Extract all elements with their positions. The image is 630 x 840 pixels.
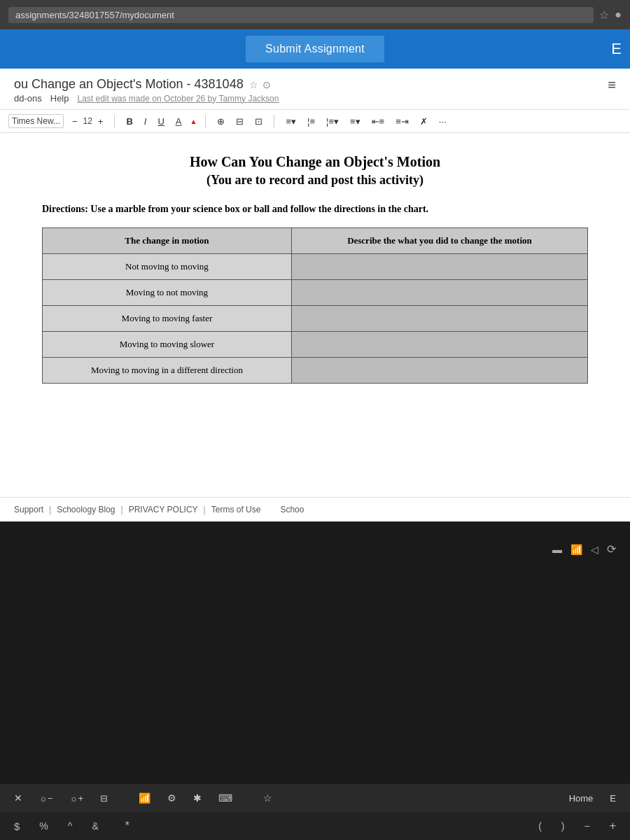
image-button[interactable]: ⊟ bbox=[233, 115, 246, 128]
screen-taskbar-icon[interactable]: ⊟ bbox=[100, 793, 108, 804]
taskbar-row2: $ % ^ & * ( ) − + bbox=[0, 812, 630, 840]
dark-area: ▬ 📶 ◁ ⟳ bbox=[0, 522, 630, 746]
bluetooth-icon[interactable]: ✱ bbox=[193, 792, 202, 804]
table-cell-motion: Moving to moving in a different directio… bbox=[43, 358, 292, 384]
table-cell-motion: Moving to moving faster bbox=[43, 306, 292, 332]
table-row: Moving to moving slower bbox=[43, 332, 588, 358]
content-area: ou Change an Object's Motion - 4381048 ☆… bbox=[0, 69, 630, 522]
table-cell-description[interactable] bbox=[291, 332, 587, 358]
plus-bottom-icon[interactable]: + bbox=[610, 820, 616, 832]
help-menu[interactable]: Help bbox=[50, 93, 69, 104]
brightness-down-icon[interactable]: ☼− bbox=[39, 793, 53, 804]
brightness-up-icon[interactable]: ☼+ bbox=[70, 793, 84, 804]
italic-button[interactable]: I bbox=[141, 115, 150, 128]
comment-icon[interactable]: ≡ bbox=[608, 77, 616, 93]
star-taskbar-icon[interactable]: ☆ bbox=[263, 792, 272, 804]
system-tray: ▬ 📶 ◁ ⟳ bbox=[552, 542, 616, 556]
address-bar[interactable]: assignments/3248017557/mydocument bbox=[8, 7, 594, 23]
profile-icon[interactable]: ● bbox=[615, 8, 622, 21]
underline-button[interactable]: U bbox=[155, 115, 167, 128]
font-name-selector[interactable]: Times New... bbox=[8, 114, 64, 128]
text-color-button[interactable]: A bbox=[173, 115, 185, 128]
table-cell-description[interactable] bbox=[291, 254, 587, 280]
submit-assignment-button[interactable]: Submit Assignment bbox=[246, 36, 384, 62]
motion-table: The change in motion Describe the what y… bbox=[42, 227, 588, 384]
clear-formatting-button[interactable]: ✗ bbox=[417, 115, 430, 128]
footer-school[interactable]: Schoo bbox=[280, 505, 304, 514]
doc-directions: Directions: Use a marble from your scien… bbox=[42, 202, 588, 216]
list-button-2[interactable]: ¦≡▾ bbox=[323, 115, 342, 128]
align-button[interactable]: ≡▾ bbox=[283, 115, 299, 128]
browser-chrome: assignments/3248017557/mydocument ☆ ● bbox=[0, 0, 630, 29]
expand-taskbar-label[interactable]: E bbox=[610, 793, 616, 804]
profile-tray-icon[interactable]: ⟳ bbox=[607, 542, 616, 556]
close-taskbar-icon[interactable]: ✕ bbox=[14, 792, 22, 804]
toolbar: Times New... − 12 + B I U A ▲ ⊕ ⊟ ⊡ ≡▾ ¦… bbox=[0, 110, 630, 133]
indent-decrease-button[interactable]: ⇤≡ bbox=[369, 115, 388, 128]
table-cell-description[interactable] bbox=[291, 306, 587, 332]
expand-icon[interactable]: E bbox=[611, 40, 622, 58]
last-edit-text: Last edit was made on October 26 by Tamm… bbox=[78, 94, 279, 104]
list-button-1[interactable]: ¦≡ bbox=[304, 115, 318, 128]
close-paren-icon[interactable]: ) bbox=[561, 820, 565, 832]
open-paren-icon[interactable]: ( bbox=[538, 820, 542, 832]
doc-title: ou Change an Object's Motion - 4381048 bbox=[14, 77, 244, 92]
font-size-value: 12 bbox=[83, 116, 92, 126]
link-button[interactable]: ⊕ bbox=[214, 115, 227, 128]
footer-sep-3: | bbox=[204, 505, 206, 514]
star-icon[interactable]: ☆ bbox=[249, 79, 258, 90]
asterisk-icon[interactable]: * bbox=[125, 820, 130, 832]
footer-privacy-policy[interactable]: PRIVACY POLICY bbox=[129, 505, 198, 514]
doc-subtitle-text: (You are to record and post this activit… bbox=[42, 173, 588, 188]
minus-icon[interactable]: − bbox=[584, 820, 589, 832]
volume-tray-icon[interactable]: ◁ bbox=[591, 544, 598, 555]
footer-schoology-blog[interactable]: Schoology Blog bbox=[57, 505, 115, 514]
toolbar-divider-1 bbox=[114, 115, 115, 127]
table-row: Moving to not moving bbox=[43, 280, 588, 306]
footer-terms[interactable]: Terms of Use bbox=[211, 505, 261, 514]
table-header-row: The change in motion Describe the what y… bbox=[43, 228, 588, 254]
font-size-decrease[interactable]: − bbox=[69, 115, 80, 128]
percent-icon[interactable]: % bbox=[39, 820, 48, 832]
top-blue-bar: Submit Assignment E bbox=[0, 29, 630, 69]
doc-icons: ☆ ⊙ bbox=[249, 79, 271, 90]
indent-increase-button[interactable]: ≡⇥ bbox=[393, 115, 412, 128]
col1-header: The change in motion bbox=[43, 228, 292, 254]
cloud-sync-icon[interactable]: ⊙ bbox=[262, 79, 271, 90]
table-cell-motion: Moving to moving slower bbox=[43, 332, 292, 358]
dollar-icon[interactable]: $ bbox=[14, 820, 20, 832]
taskbar-row1: ✕ ☼− ☼+ ⊟ 📶 ⚙ ✱ ⌨ ☆ Home E bbox=[0, 784, 630, 812]
table-button[interactable]: ⊡ bbox=[252, 115, 265, 128]
doc-main-title: How Can You Change an Object's Motion bbox=[42, 154, 588, 170]
wifi-tray-icon[interactable]: 📶 bbox=[570, 544, 582, 555]
footer-bar: Support | Schoology Blog | PRIVACY POLIC… bbox=[0, 497, 630, 522]
keyboard-taskbar-icon[interactable]: ⌨ bbox=[218, 792, 232, 804]
toolbar-divider-2 bbox=[205, 115, 206, 127]
table-row: Not moving to moving bbox=[43, 254, 588, 280]
table-cell-description[interactable] bbox=[291, 280, 587, 306]
footer-sep-1: | bbox=[49, 505, 51, 514]
footer-support[interactable]: Support bbox=[14, 505, 43, 514]
bookmark-icon[interactable]: ☆ bbox=[599, 8, 609, 22]
table-row: Moving to moving faster bbox=[43, 306, 588, 332]
list-button-3[interactable]: ≡▾ bbox=[347, 115, 363, 128]
wifi-level-icon[interactable]: 📶 bbox=[139, 792, 150, 804]
table-row: Moving to moving in a different directio… bbox=[43, 358, 588, 384]
ampersand-icon[interactable]: & bbox=[92, 820, 98, 832]
footer-sep-2: | bbox=[121, 505, 123, 514]
bold-button[interactable]: B bbox=[123, 115, 135, 128]
doc-body: How Can You Change an Object's Motion (Y… bbox=[0, 133, 630, 497]
col2-header: Describe the what you did to change the … bbox=[291, 228, 587, 254]
table-cell-motion: Not moving to moving bbox=[43, 254, 292, 280]
monitor-tray-icon[interactable]: ▬ bbox=[552, 544, 562, 555]
addons-menu[interactable]: dd-ons bbox=[14, 93, 42, 104]
font-size-increase[interactable]: + bbox=[95, 115, 106, 128]
table-cell-description[interactable] bbox=[291, 358, 587, 384]
home-taskbar-label[interactable]: Home bbox=[569, 793, 594, 804]
more-options-button[interactable]: ··· bbox=[436, 115, 449, 128]
font-size-controls: − 12 + bbox=[69, 115, 106, 128]
text-color-accent: ▲ bbox=[190, 118, 197, 125]
settings-taskbar-icon[interactable]: ⚙ bbox=[167, 792, 176, 804]
caret-icon[interactable]: ^ bbox=[68, 820, 73, 832]
doc-header: ou Change an Object's Motion - 4381048 ☆… bbox=[0, 69, 630, 110]
